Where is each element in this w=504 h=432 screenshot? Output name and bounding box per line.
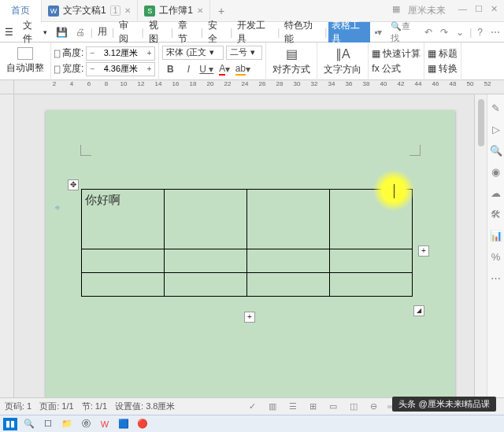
layout-view-icon[interactable]: ▥ — [266, 401, 279, 412]
italic-button[interactable]: I — [180, 61, 196, 77]
tab-security[interactable]: 安全 — [205, 22, 228, 42]
table-icon — [17, 47, 33, 60]
web-view-icon[interactable]: ⊞ — [307, 401, 319, 412]
horizontal-ruler[interactable]: 2468101214161820222426283032343638404244… — [0, 80, 504, 94]
undo-icon[interactable]: ↶ — [421, 27, 436, 38]
cog-icon[interactable]: ◉ — [491, 166, 500, 178]
chart-icon[interactable]: 📊 — [490, 230, 502, 242]
search-icon[interactable]: 🔍 — [490, 145, 502, 157]
start-icon[interactable]: ▮▮ — [3, 418, 17, 430]
explorer-icon[interactable]: 📁 — [60, 418, 74, 430]
more-tools-icon[interactable]: ⋯ — [491, 272, 501, 284]
underline-button[interactable]: U ▾ — [198, 61, 214, 77]
table-row[interactable]: 你好啊 — [82, 190, 413, 249]
table-cell[interactable]: 你好啊 — [82, 190, 165, 249]
status-page-no[interactable]: 页码: 1 — [5, 401, 32, 412]
select-icon[interactable]: ▷ — [492, 124, 500, 135]
collapse-icon[interactable]: ⌄ — [452, 27, 468, 38]
tab-devtools[interactable]: 开发工具 — [234, 22, 276, 42]
spellcheck-icon[interactable]: ✓ — [246, 401, 258, 412]
font-name-select[interactable]: 宋体 (正文▾ — [162, 46, 224, 60]
document-table[interactable]: 你好啊 — [81, 189, 413, 297]
tools-icon[interactable]: 🛠 — [491, 209, 501, 220]
table-row[interactable] — [82, 273, 413, 297]
tab-special[interactable]: 特色功能 — [281, 22, 323, 42]
add-column-handle[interactable]: + — [418, 246, 429, 257]
dropdown-icon[interactable]: ▪▾ — [370, 27, 386, 38]
zoom-out-icon[interactable]: ⊖ — [368, 401, 380, 412]
group-align[interactable]: ▤ 对齐方式 — [266, 42, 317, 80]
height-spinner[interactable]: − + — [86, 46, 155, 61]
table-move-handle[interactable]: ✥ — [68, 179, 79, 190]
tab-table-tools[interactable]: 表格工具 — [328, 22, 370, 42]
page[interactable]: ✥ ⎆ 你好啊 + + ◢ — [46, 110, 455, 397]
decrease-icon[interactable]: − — [87, 49, 98, 57]
percent-icon[interactable]: % — [491, 251, 501, 263]
table-cell[interactable] — [165, 190, 247, 249]
file-menu[interactable]: 文件▾ — [18, 19, 52, 46]
increase-icon[interactable]: + — [143, 65, 154, 73]
group-text-direction[interactable]: ∥A 文字方向 — [317, 42, 369, 80]
browser-icon[interactable]: ⓔ — [79, 418, 93, 430]
close-icon[interactable]: ✕ — [124, 6, 131, 15]
print-icon[interactable]: 🖨 — [72, 27, 89, 38]
scrollbar-thumb[interactable] — [478, 99, 484, 146]
document-canvas[interactable]: ✥ ⎆ 你好啊 + + ◢ — [14, 94, 474, 397]
group-convert: ▦ 标题 ▦ 转换 — [424, 42, 461, 80]
recorder-icon[interactable]: 🔴 — [135, 418, 150, 430]
vertical-ruler[interactable] — [0, 94, 14, 397]
new-tab-button[interactable]: + — [210, 5, 232, 17]
more-icon[interactable]: ⋯ — [487, 27, 504, 38]
formula-button[interactable]: fx 公式 — [372, 62, 421, 76]
close-window-icon[interactable]: ✕ — [491, 4, 498, 17]
tab-section[interactable]: 章节 — [175, 22, 198, 42]
tab-review[interactable]: 审阅 — [116, 22, 139, 42]
close-icon[interactable]: ✕ — [197, 6, 203, 15]
vertical-scrollbar[interactable] — [474, 94, 487, 397]
outline-view-icon[interactable]: ☰ — [287, 401, 299, 412]
convert-button[interactable]: ▦ 转换 — [428, 62, 458, 76]
ribbon-tabs: ☰ 文件▾ 💾 🖨 | 用| 审阅| 视图| 章节| 安全| 开发工具| 特色功… — [0, 22, 504, 42]
wps-icon[interactable]: W — [98, 418, 112, 430]
app-icon[interactable]: ▦ — [392, 4, 400, 17]
width-input[interactable] — [98, 65, 143, 74]
tab-doc-count: 1 — [110, 6, 121, 16]
group-font: 宋体 (正文▾ 二号▾ B I U ▾ A▾ ab▾ — [159, 42, 266, 80]
quick-calc-button[interactable]: ▦ 快速计算 — [372, 47, 421, 61]
app-icon[interactable]: 🟦 — [117, 418, 131, 430]
font-size-select[interactable]: 二号▾ — [226, 46, 262, 60]
maximize-icon[interactable]: ☐ — [475, 4, 483, 17]
table-row[interactable] — [82, 249, 413, 273]
decrease-icon[interactable]: − — [87, 65, 98, 73]
status-page[interactable]: 页面: 1/1 — [39, 401, 73, 412]
font-color-button[interactable]: A▾ — [217, 61, 232, 77]
minimize-icon[interactable]: — — [458, 4, 467, 17]
add-row-handle[interactable]: + — [244, 312, 255, 323]
table-cell[interactable] — [247, 190, 330, 249]
table-cell[interactable] — [330, 190, 413, 249]
help-icon[interactable]: ? — [473, 27, 487, 38]
another-view-icon[interactable]: ◫ — [347, 401, 360, 412]
highlight-button[interactable]: ab▾ — [235, 61, 250, 77]
height-input[interactable] — [98, 49, 143, 58]
taskview-icon[interactable]: ☐ — [41, 418, 55, 430]
find-button[interactable]: 🔍查找 — [387, 20, 421, 44]
title-repeat-button[interactable]: ▦ 标题 — [428, 47, 458, 61]
tab-use[interactable]: 用 — [94, 22, 110, 42]
increase-icon[interactable]: + — [143, 49, 154, 57]
tab-view[interactable]: 视图 — [146, 22, 169, 42]
menu-button[interactable]: ☰ — [0, 27, 18, 38]
width-spinner[interactable]: − + — [86, 62, 155, 76]
resize-handle[interactable]: ◢ — [413, 305, 424, 316]
edit-icon[interactable]: ✎ — [491, 102, 500, 114]
anchor-icon: ⎆ — [52, 203, 63, 214]
group-auto-adjust[interactable]: 自动调整 — [0, 42, 51, 80]
search-taskbar-icon[interactable]: 🔍 — [22, 418, 36, 430]
cloud-icon[interactable]: ☁ — [491, 187, 501, 199]
status-section[interactable]: 节: 1/1 — [82, 401, 107, 412]
word-badge: W — [48, 6, 59, 17]
redo-icon[interactable]: ↷ — [436, 27, 452, 38]
save-icon[interactable]: 💾 — [52, 27, 72, 38]
read-view-icon[interactable]: ▭ — [327, 401, 339, 412]
bold-button[interactable]: B — [162, 61, 178, 77]
